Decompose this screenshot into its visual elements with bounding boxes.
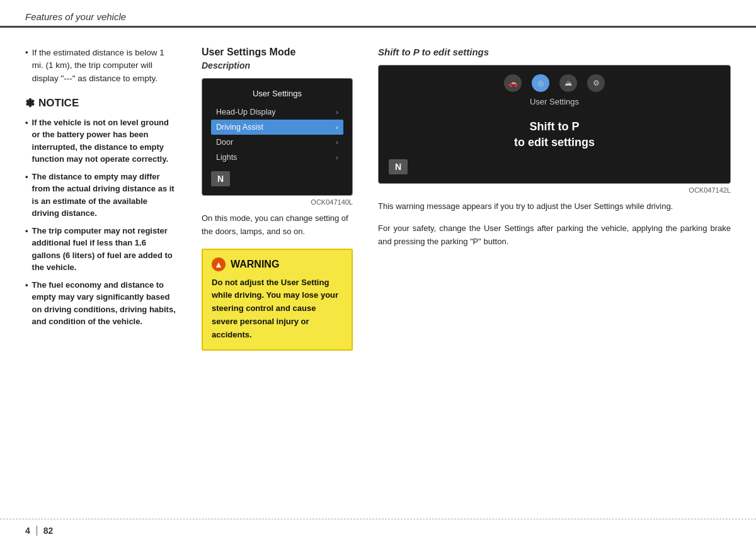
page-footer: 4 82 xyxy=(0,519,756,542)
page-num: 82 xyxy=(43,526,54,536)
warning-body: Do not adjust the User Setting while dri… xyxy=(212,276,343,342)
header-title: Features of your vehicle xyxy=(25,11,731,26)
shift-title: Shift to P to edit settings xyxy=(378,47,731,57)
chevron-icon-lights: › xyxy=(336,154,338,161)
chevron-icon-door: › xyxy=(336,138,338,146)
notice-item-2: • The distance to empty may differ from … xyxy=(25,171,176,220)
car-icon: 🚗 xyxy=(504,74,522,92)
menu-label-door: Door xyxy=(216,138,233,147)
screen-footer-middle: N xyxy=(211,171,343,186)
right-screen-menu-title: User Settings xyxy=(389,97,720,106)
right-column: Shift to P to edit settings 🚗 ◎ ⛰ ⚙ User… xyxy=(365,47,731,351)
menu-label-driving-assist: Driving Assist xyxy=(216,123,263,132)
icons-row: 🚗 ◎ ⛰ ⚙ xyxy=(389,74,720,92)
bullet-dot: • xyxy=(25,279,28,328)
screen-menu-title: User Settings xyxy=(211,89,343,98)
notice-box: ✽ NOTICE • If the vehicle is not on leve… xyxy=(25,96,176,328)
warning-label: WARNING xyxy=(231,259,279,270)
intro-text: If the estimated distance is below 1 mi.… xyxy=(32,47,176,85)
warning-box: ▲ WARNING Do not adjust the User Setting… xyxy=(202,249,353,351)
bullet-dot: • xyxy=(25,116,28,166)
screen-mockup-right: 🚗 ◎ ⛰ ⚙ User Settings Shift to Pto edit … xyxy=(378,65,731,184)
menu-item-door: Door › xyxy=(211,135,343,150)
right-para-2: For your safety, change the User Setting… xyxy=(378,222,731,249)
section-title: User Settings Mode xyxy=(202,47,353,58)
notice-item-4: • The fuel economy and distance to empty… xyxy=(25,279,176,328)
n-badge-right: N xyxy=(389,159,408,174)
menu-label-hud: Head-Up Display xyxy=(216,108,275,116)
shift-p-text: Shift to Pto edit settings xyxy=(389,119,720,150)
target-icon: ◎ xyxy=(532,74,549,92)
right-para-1: This warning message appears if you try … xyxy=(378,200,731,213)
page-number: 4 82 xyxy=(25,526,53,536)
notice-item-3: • The trip computer may not register add… xyxy=(25,225,176,274)
menu-label-lights: Lights xyxy=(216,153,237,162)
page-chapter: 4 xyxy=(25,526,30,536)
gear-icon: ⚙ xyxy=(587,74,605,92)
section-subtitle: Description xyxy=(202,60,353,71)
chevron-icon-active: › xyxy=(336,123,338,131)
warning-triangle-icon: ▲ xyxy=(212,257,226,271)
menu-item-hud: Head-Up Display › xyxy=(211,104,343,120)
page-divider xyxy=(37,526,37,536)
bullet-dot: • xyxy=(25,171,28,220)
middle-column: User Settings Mode Description User Sett… xyxy=(189,47,365,351)
left-column: • If the estimated distance is below 1 m… xyxy=(25,47,189,351)
notice-label: NOTICE xyxy=(38,97,79,110)
description-text: On this mode, you can change setting of … xyxy=(202,212,353,239)
menu-item-driving-assist: Driving Assist › xyxy=(211,120,343,135)
screen-mockup-middle: User Settings Head-Up Display › Driving … xyxy=(202,78,353,196)
bullet-dot: • xyxy=(25,47,28,85)
n-badge: N xyxy=(211,171,230,186)
chevron-icon: › xyxy=(336,108,338,116)
image-code-middle: OCK047140L xyxy=(202,198,353,206)
warning-title-row: ▲ WARNING xyxy=(212,257,343,271)
notice-star-icon: ✽ xyxy=(25,96,35,110)
notice-text-2: The distance to empty may differ from th… xyxy=(32,171,176,220)
right-screen-footer: N xyxy=(389,159,720,174)
notice-text-1: If the vehicle is not on level ground or… xyxy=(32,116,176,166)
intro-bullet: • If the estimated distance is below 1 m… xyxy=(25,47,176,85)
notice-item-1: • If the vehicle is not on level ground … xyxy=(25,116,176,166)
notice-title: ✽ NOTICE xyxy=(25,96,176,110)
main-content: • If the estimated distance is below 1 m… xyxy=(0,28,756,363)
notice-text-3: The trip computer may not register addit… xyxy=(32,225,176,274)
page-header: Features of your vehicle xyxy=(0,0,756,28)
image-code-right: OCK047142L xyxy=(378,186,731,194)
menu-item-lights: Lights › xyxy=(211,150,343,165)
notice-text-4: The fuel economy and distance to empty m… xyxy=(32,279,176,328)
mountain-icon: ⛰ xyxy=(559,74,577,92)
bullet-dot: • xyxy=(25,225,28,274)
